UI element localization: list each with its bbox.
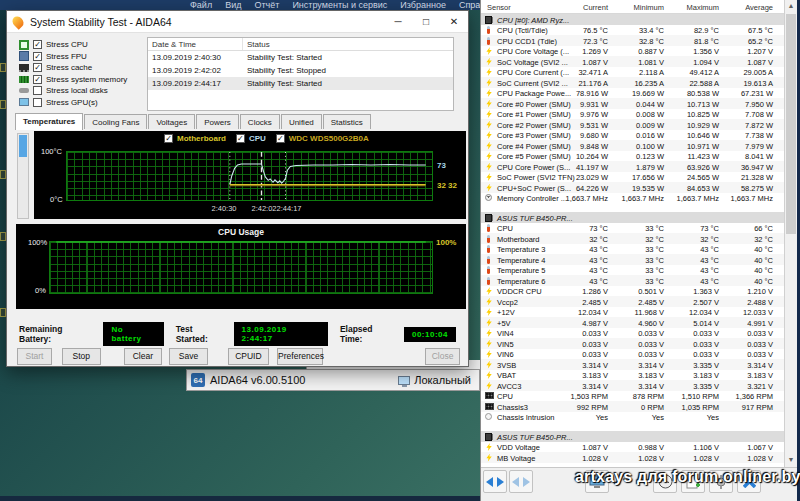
column-header-current[interactable]: Current [583, 3, 608, 12]
clear-button[interactable]: Clear [124, 348, 163, 365]
column-header-average[interactable]: Average [745, 3, 773, 12]
scrollbar-thumb[interactable] [19, 135, 27, 157]
checkbox[interactable] [33, 86, 42, 95]
nav-back-forward-button[interactable] [483, 470, 507, 493]
sensor-value: 9.531 W [580, 121, 608, 130]
checkbox[interactable]: ✓ [33, 63, 42, 72]
test-info-row: Remaining Battery: No battery Test Start… [19, 322, 468, 346]
test-log-table[interactable]: Date & TimeStatus 13.09.2019 2:40:30Stab… [147, 37, 454, 111]
tab-powers[interactable]: Powers [196, 114, 239, 129]
column-header-sensor[interactable]: Sensor [487, 3, 511, 12]
sensor-row[interactable]: Core #5 Power (SMU)10.264 W0.123 W11.423… [481, 151, 785, 162]
tab-unified[interactable]: Unified [281, 114, 322, 129]
sensor-section-row[interactable]: ASUS TUF B450-PR... [481, 431, 785, 442]
sensor-value: 1,366 RPM [735, 392, 773, 401]
sensor-row[interactable]: Core #3 Power (SMU)9.680 W0.016 W10.646 … [481, 130, 785, 141]
sensor-row[interactable]: Core #2 Power (SMU)9.531 W0.009 W10.929 … [481, 119, 785, 130]
sensor-row[interactable]: Vccp22.485 V2.485 V2.507 V2.488 V [481, 296, 785, 307]
checkbox[interactable]: ✓ [33, 40, 42, 49]
sensor-row[interactable]: Chassis IntrusionYesYesYes [481, 412, 785, 423]
column-header-maximum[interactable]: Maximum [686, 3, 719, 12]
sensor-row[interactable]: CPU CCD1 (Tdie)72.3 °C32.8 °C81.8 °C65.2… [481, 35, 785, 46]
menu-item[interactable]: Избранное [400, 0, 446, 10]
sensor-section-row[interactable]: CPU [#0]: AMD Ryz... [481, 14, 785, 25]
sensor-row[interactable]: Temperature 643 °C33 °C43 °C40 °C [481, 275, 785, 286]
tab-temperatures[interactable]: Temperatures [15, 113, 83, 130]
menu-item[interactable]: Вид [225, 0, 241, 10]
sensor-row[interactable]: VIN50.033 V0.033 V0.033 V0.033 V [481, 338, 785, 349]
sensor-row[interactable]: Core #4 Power (SMU)9.848 W0.100 W10.971 … [481, 140, 785, 151]
stress-option-label: Stress system memory [46, 75, 127, 84]
log-row[interactable]: 13.09.2019 2:42:02Stability Test: Stoppe… [148, 64, 453, 77]
menu-item[interactable]: Справка [459, 0, 480, 10]
sensor-row[interactable]: VIN60.033 V0.033 V0.033 V0.033 V [481, 349, 785, 360]
tab-statistics[interactable]: Statistics [323, 114, 371, 129]
sensor-name: Core #4 Power (SMU) [497, 142, 571, 151]
sensor-row[interactable]: SoC Voltage (SVI2 ...1.087 V1.081 V1.094… [481, 56, 785, 67]
cpuid-button[interactable]: CPUID [228, 348, 269, 365]
sensor-row[interactable]: CPU Core Current (...32.471 A2.118 A49.4… [481, 67, 785, 78]
close-button[interactable]: ✕ [440, 11, 468, 32]
sensor-row[interactable]: CPU Core Power (S...41.197 W1.879 W63.92… [481, 161, 785, 172]
column-header-minimum[interactable]: Minimum [634, 3, 664, 12]
stop-button[interactable]: Stop [62, 348, 101, 365]
sensor-value: 1.087 V [747, 58, 773, 67]
sensor-scrollbar[interactable]: ▲ ▼ [784, 0, 797, 467]
sensor-row[interactable]: Temperature 443 °C33 °C43 °C40 °C [481, 254, 785, 265]
sensor-row[interactable]: AVCC33.314 V3.314 V3.335 V3.321 V [481, 380, 785, 391]
sensor-row[interactable]: CPU73 °C33 °C73 °C66 °C [481, 223, 785, 234]
checkbox[interactable]: ✓ [33, 75, 42, 84]
log-row[interactable]: 13.09.2019 2:40:30Stability Test: Starte… [148, 51, 453, 64]
sensor-row[interactable]: Chassis3992 RPM0 RPM1,035 RPM917 RPM [481, 401, 785, 412]
legend-checkbox[interactable]: ✓ [276, 134, 285, 143]
menu-item[interactable]: Отчёт [254, 0, 279, 10]
menu-item[interactable]: Инструменты и сервис [292, 0, 387, 10]
scroll-down-icon[interactable]: ▼ [785, 454, 797, 466]
tab-voltages[interactable]: Voltages [148, 114, 195, 129]
log-row[interactable]: 13.09.2019 2:44:17Stability Test: Starte… [148, 77, 453, 90]
checkbox[interactable]: ✓ [33, 52, 42, 61]
scroll-up-icon[interactable]: ▲ [785, 0, 797, 12]
preferences-button[interactable]: Preferences [277, 348, 323, 365]
minimize-button[interactable]: ─ [384, 11, 412, 32]
tab-clocks[interactable]: Clocks [240, 114, 280, 129]
close-button: Close [425, 348, 460, 365]
scrollbar-thumb[interactable] [786, 14, 796, 234]
sensor-value: 1.106 V [693, 443, 719, 452]
sensor-row[interactable]: SoC Current (SVI2 ...21.176 A16.235 A22.… [481, 77, 785, 88]
sensor-value: 49.412 A [689, 68, 719, 77]
menu-item[interactable]: Файл [190, 0, 212, 10]
sensor-value: 1.094 V [693, 58, 719, 67]
sensor-section-row[interactable]: ASUS TUF B450-PR... [481, 212, 785, 223]
sensor-row[interactable]: CPU1,503 RPM878 RPM1,510 RPM1,366 RPM [481, 391, 785, 402]
sensor-row[interactable]: Temperature 543 °C33 °C43 °C40 °C [481, 265, 785, 276]
sensor-row[interactable]: VDD Voltage1.087 V0.988 V1.106 V1.067 V [481, 442, 785, 453]
sensor-row[interactable]: CPU Package Powe...78.916 W19.669 W80.53… [481, 88, 785, 99]
nav-back-forward-disabled-button[interactable] [509, 470, 533, 493]
sensor-row[interactable]: VIN40.033 V0.033 V0.033 V0.033 V [481, 328, 785, 339]
sensor-row[interactable]: Core #1 Power (SMU)9.976 W0.008 W10.825 … [481, 109, 785, 120]
sensor-row[interactable]: CPU Core Voltage (...1.269 V0.887 V1.356… [481, 46, 785, 57]
title-bar[interactable]: System Stability Test - AIDA64 ─ □ ✕ [7, 11, 468, 33]
checkbox[interactable] [33, 98, 42, 107]
maximize-button[interactable]: □ [412, 11, 440, 32]
sensor-row[interactable]: MB Voltage1.028 V1.028 V1.028 V1.028 V [481, 452, 785, 463]
sensor-row[interactable]: SoC Power (SVI2 TFN)23.029 W17.656 W24.5… [481, 172, 785, 183]
sensor-row[interactable]: CPU+SoC Power (S...64.226 W19.535 W84.65… [481, 182, 785, 193]
legend-checkbox[interactable]: ✓ [236, 134, 245, 143]
sensor-row[interactable]: VDDCR CPU1.286 V0.501 V1.363 V1.210 V [481, 286, 785, 297]
sensor-row[interactable]: 3VSB3.314 V3.314 V3.335 V3.314 V [481, 359, 785, 370]
sensor-row[interactable]: Memory Controller ...1,663.7 MHz1,663.7 … [481, 193, 785, 204]
sensor-row[interactable]: +5V4.987 V4.960 V5.014 V4.991 V [481, 317, 785, 328]
save-button[interactable]: Save [169, 348, 208, 365]
tab-cooling-fans[interactable]: Cooling Fans [84, 114, 147, 129]
sensor-row[interactable]: CPU (Tctl/Tdie)76.5 °C33.4 °C82.9 °C67.5… [481, 25, 785, 36]
sensor-row[interactable]: Core #0 Power (SMU)9.931 W0.044 W10.713 … [481, 98, 785, 109]
sensor-row[interactable]: Temperature 343 °C33 °C43 °C40 °C [481, 244, 785, 255]
chart-zoom-scrollbar[interactable] [17, 133, 29, 219]
sensor-row[interactable]: Motherboard32 °C32 °C32 °C32 °C [481, 233, 785, 244]
legend-checkbox[interactable]: ✓ [164, 134, 173, 143]
sensor-table-header: SensorCurrentMinimumMaximumAverage [481, 0, 785, 14]
sensor-row[interactable]: +12V12.034 V11.968 V12.034 V12.033 V [481, 307, 785, 318]
sensor-row[interactable]: VBAT3.183 V3.183 V3.183 V3.183 V [481, 370, 785, 381]
